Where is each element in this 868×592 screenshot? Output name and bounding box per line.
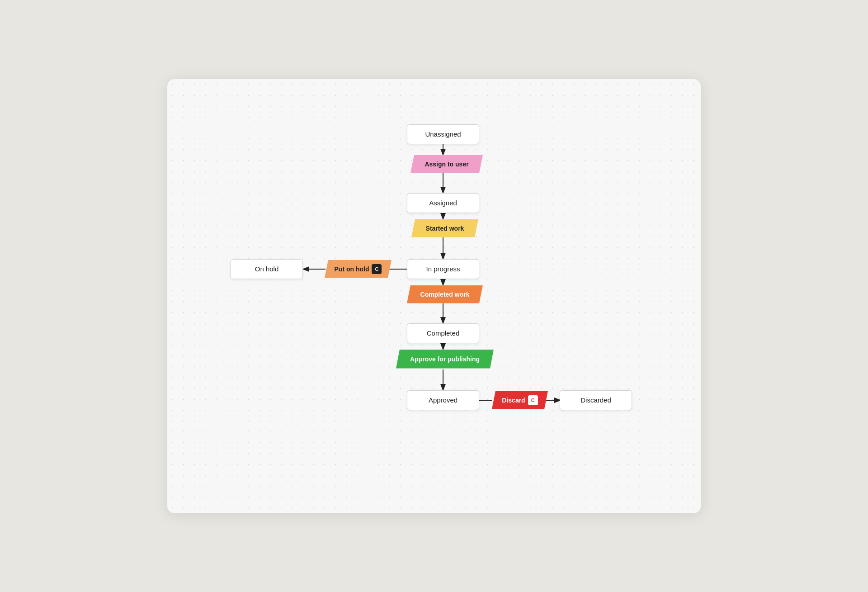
state-unassigned: Unassigned bbox=[407, 124, 479, 144]
transition-assign-to-user[interactable]: Assign to user bbox=[410, 155, 483, 173]
state-approved: Approved bbox=[407, 390, 479, 410]
transition-discard[interactable]: Discard C bbox=[492, 391, 548, 409]
state-completed: Completed bbox=[407, 323, 479, 343]
transition-put-on-hold[interactable]: Put on hold C bbox=[325, 260, 392, 278]
put-on-hold-badge: C bbox=[372, 264, 382, 274]
transition-started-work[interactable]: Started work bbox=[411, 219, 478, 237]
state-assigned: Assigned bbox=[407, 193, 479, 213]
state-on-hold: On hold bbox=[231, 259, 303, 279]
state-in-progress: In progress bbox=[407, 259, 479, 279]
state-discarded: Discarded bbox=[560, 390, 632, 410]
diagram-area: Unassigned Assign to user Assigned Start… bbox=[167, 79, 701, 513]
transition-completed-work[interactable]: Completed work bbox=[407, 285, 483, 303]
transition-approve-for-publishing[interactable]: Approve for publishing bbox=[396, 350, 494, 369]
discard-badge: C bbox=[528, 395, 538, 405]
workflow-canvas: Unassigned Assign to user Assigned Start… bbox=[167, 79, 701, 513]
